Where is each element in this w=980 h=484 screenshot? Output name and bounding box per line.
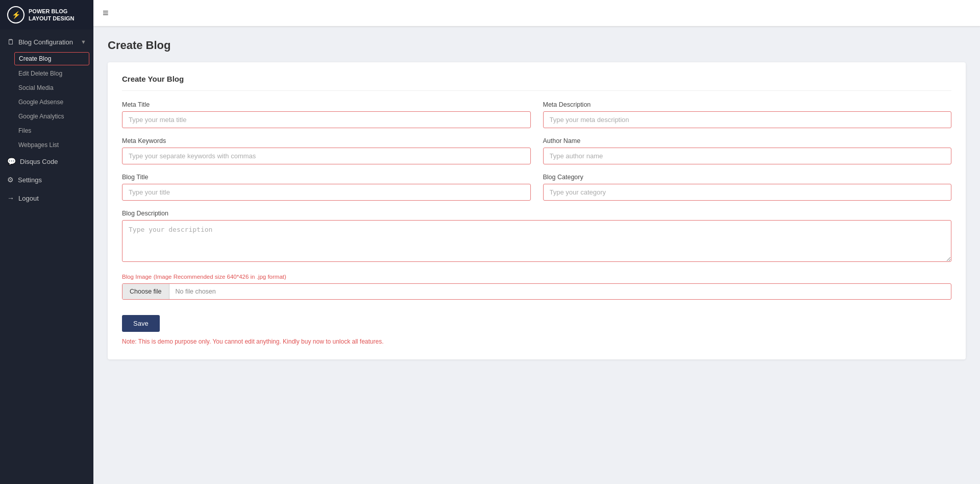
form-group-meta-desc: Meta Description (543, 101, 952, 128)
author-name-label: Author Name (543, 137, 952, 144)
form-group-author-name: Author Name (543, 137, 952, 164)
hamburger-icon[interactable]: ≡ (103, 7, 109, 19)
blog-desc-textarea[interactable] (122, 220, 951, 262)
meta-keywords-input[interactable] (122, 148, 531, 164)
form-row-blog-title: Blog Title Blog Category (122, 174, 951, 201)
logout-label: Logout (18, 195, 39, 202)
logo-icon: ⚡ (7, 6, 24, 23)
form-card: Create Your Blog Meta Title Meta Descrip… (108, 62, 966, 359)
form-card-title: Create Your Blog (122, 75, 951, 91)
save-button[interactable]: Save (122, 315, 160, 332)
sidebar-item-settings[interactable]: ⚙ Settings (0, 171, 93, 189)
disqus-label: Disqus Code (20, 158, 58, 165)
blog-image-label: Blog Image (Image Recommended size 640*4… (122, 273, 951, 280)
blog-category-input[interactable] (543, 184, 952, 201)
form-group-blog-desc: Blog Description (122, 210, 951, 264)
form-group-blog-title: Blog Title (122, 174, 531, 201)
blog-title-label: Blog Title (122, 174, 531, 181)
demo-note: Note: This is demo purpose only. You can… (122, 338, 951, 345)
main-content: ≡ Create Blog Create Your Blog Meta Titl… (93, 0, 980, 484)
sidebar-item-social-media[interactable]: Social Media (0, 81, 93, 95)
disqus-icon: 💬 (7, 157, 16, 165)
settings-label: Settings (18, 176, 42, 184)
form-group-blog-category: Blog Category (543, 174, 952, 201)
blog-config-icon: 🗒 (7, 38, 14, 46)
form-row-meta: Meta Title Meta Description (122, 101, 951, 128)
sidebar-logo: ⚡ POWER BLOG LAYOUT DESIGN (0, 0, 93, 30)
meta-keywords-label: Meta Keywords (122, 137, 531, 144)
page-content: Create Blog Create Your Blog Meta Title … (93, 27, 980, 484)
sidebar-nav: 🗒 Blog Configuration ▼ Create Blog Edit … (0, 30, 93, 210)
topbar: ≡ (93, 0, 980, 27)
file-input-wrapper: Choose file No file chosen (122, 283, 951, 300)
choose-file-button[interactable]: Choose file (122, 284, 169, 299)
form-group-meta-keywords: Meta Keywords (122, 137, 531, 164)
sidebar-item-edit-delete-blog[interactable]: Edit Delete Blog (0, 66, 93, 81)
form-group-blog-image: Blog Image (Image Recommended size 640*4… (122, 273, 951, 300)
sidebar-item-google-adsense[interactable]: Google Adsense (0, 95, 93, 109)
page-title: Create Blog (108, 39, 966, 52)
meta-title-input[interactable] (122, 111, 531, 128)
blog-category-label: Blog Category (543, 174, 952, 181)
sidebar-item-blog-configuration[interactable]: 🗒 Blog Configuration ▼ (0, 33, 93, 51)
form-group-meta-title: Meta Title (122, 101, 531, 128)
sidebar-item-google-analytics[interactable]: Google Analytics (0, 109, 93, 124)
sidebar-item-disqus-code[interactable]: 💬 Disqus Code (0, 152, 93, 171)
meta-desc-label: Meta Description (543, 101, 952, 108)
chevron-down-icon: ▼ (81, 39, 86, 45)
logo-text: POWER BLOG LAYOUT DESIGN (29, 8, 74, 22)
sidebar-item-create-blog[interactable]: Create Blog (14, 52, 89, 65)
file-name-display: No file chosen (169, 284, 222, 299)
meta-desc-input[interactable] (543, 111, 952, 128)
settings-icon: ⚙ (7, 176, 14, 184)
sidebar-item-logout[interactable]: → Logout (0, 189, 93, 207)
blog-title-input[interactable] (122, 184, 531, 201)
sidebar: ⚡ POWER BLOG LAYOUT DESIGN 🗒 Blog Config… (0, 0, 93, 484)
form-row-keywords: Meta Keywords Author Name (122, 137, 951, 164)
blog-desc-label: Blog Description (122, 210, 951, 217)
sidebar-item-webpages-list[interactable]: Webpages List (0, 138, 93, 152)
sidebar-item-files[interactable]: Files (0, 124, 93, 138)
logout-icon: → (7, 194, 14, 202)
author-name-input[interactable] (543, 148, 952, 164)
blog-config-label: Blog Configuration (18, 38, 73, 46)
meta-title-label: Meta Title (122, 101, 531, 108)
